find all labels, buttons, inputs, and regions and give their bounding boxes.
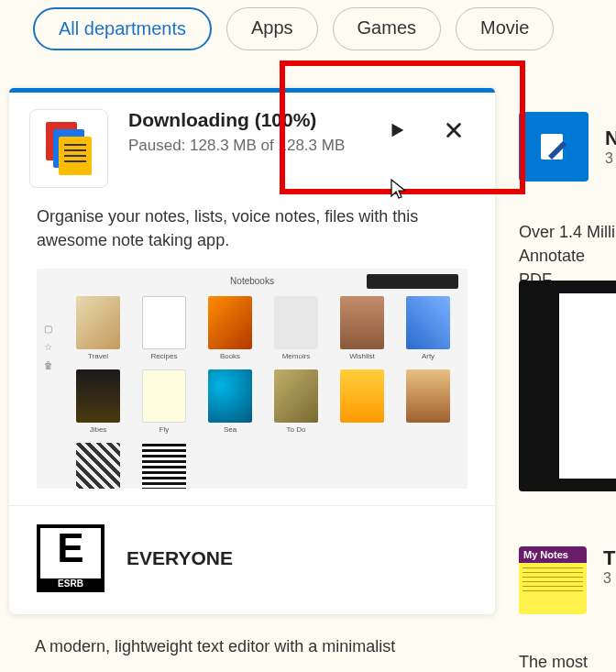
notebook-thumb: Fly (139, 369, 189, 434)
download-status: Paused: 128.3 MB of 128.3 MB (128, 137, 361, 155)
rating-row: E ESRB EVERYONE (9, 505, 495, 614)
filter-apps[interactable]: Apps (226, 7, 318, 50)
app-icon-notebook (29, 109, 108, 188)
app-title-mynotes: T (603, 546, 615, 570)
note-pen-icon (535, 128, 572, 165)
app-rating-mynotes: 3 (603, 570, 615, 587)
star-icon: ☆ (44, 342, 53, 351)
screenshot-toolbar-icons (367, 274, 458, 289)
app-description: Organise your notes, lists, voice notes,… (9, 197, 495, 265)
app-card-notebook: Downloading (100%) Paused: 128.3 MB of 1… (9, 88, 495, 614)
notebook-thumb: Books (205, 296, 255, 360)
app-screenshot: Notebooks ▢ ☆ 🗑 TravelRecipesBooksMemoir… (37, 269, 468, 489)
screenshot-sidebar: ▢ ☆ 🗑 (44, 324, 53, 369)
square-icon: ▢ (44, 324, 53, 333)
mynotes-icon-label: My Notes (519, 546, 587, 563)
app-screenshot-pdf (519, 281, 616, 491)
app-description-mynotes: The most pop (519, 653, 616, 672)
app-icon-pdf (519, 112, 588, 182)
notebook-thumb: Sea (205, 369, 255, 434)
notebook-thumb: To Do (271, 369, 321, 434)
notebook-thumb (139, 443, 189, 489)
notebook-thumb: Jibes (73, 369, 123, 434)
cancel-button[interactable] (438, 115, 469, 146)
esrb-org: ESRB (40, 578, 101, 589)
filter-pill-row: All departments Apps Games Movie (0, 0, 616, 65)
app-card-mynotes[interactable]: My Notes T 3 (519, 546, 615, 614)
app-title-pdf: N (605, 127, 616, 150)
notebook-thumb: Travel (73, 296, 123, 360)
notebook-thumb: Recipes (139, 296, 189, 360)
notebook-thumb (403, 369, 453, 434)
notebook-thumb: Arty (403, 296, 453, 360)
card-header: Downloading (100%) Paused: 128.3 MB of 1… (9, 93, 495, 197)
trash-icon: 🗑 (44, 360, 53, 369)
rating-label: EVERYONE (126, 547, 233, 569)
notebook-thumb: Wishlist (337, 296, 387, 360)
app-card-pdf[interactable]: N 3 (519, 112, 616, 182)
esrb-badge: E ESRB (37, 524, 104, 592)
app-rating-pdf: 3 (605, 150, 616, 167)
app-icon-mynotes: My Notes (519, 546, 587, 614)
filter-all-departments[interactable]: All departments (33, 7, 212, 50)
notebook-thumb (73, 443, 123, 489)
filter-movies[interactable]: Movie (456, 7, 554, 50)
resume-button[interactable] (381, 115, 412, 146)
download-title: Downloading (100%) (128, 109, 361, 131)
notebook-thumb (337, 369, 387, 434)
notebook-thumb: Memoirs (271, 296, 321, 360)
esrb-letter: E (57, 528, 83, 568)
filter-games[interactable]: Games (333, 7, 441, 50)
play-icon (387, 120, 407, 140)
close-icon (444, 120, 464, 140)
app-description-editor: A modern, lightweight text editor with a… (35, 637, 493, 656)
